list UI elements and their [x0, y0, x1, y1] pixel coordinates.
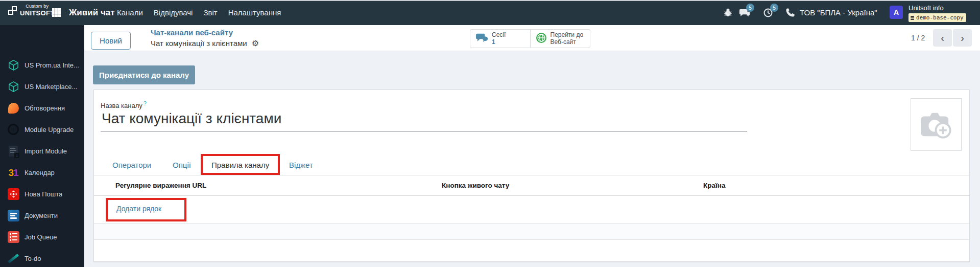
messages-badge: 5 [746, 4, 754, 12]
tab-channel-rules[interactable]: Правила каналу [211, 161, 269, 169]
sidebar-item-label: Календар [25, 169, 55, 176]
chevron-left-icon: ‹ [941, 33, 944, 43]
apps-menu-icon[interactable] [52, 8, 61, 17]
globe-icon [536, 32, 547, 46]
sidebar-item-todo[interactable]: To-do [0, 248, 84, 267]
empty-table-row [94, 224, 969, 239]
chevron-right-icon: › [961, 33, 964, 43]
company-switcher[interactable]: ТОВ "БПЛА - Україна" [800, 0, 877, 25]
sessions-stat-button[interactable]: Сесії 1 [470, 30, 530, 48]
tab-widget[interactable]: Віджет [289, 161, 313, 169]
tab-operators[interactable]: Оператори [112, 161, 151, 169]
go-to-website-button[interactable]: Перейти до Веб-сайт [530, 30, 590, 48]
left-sidebar: US Prom.ua Inte... US Marketplace... Обг… [0, 25, 84, 267]
app-name-livechat[interactable]: Живий чат [69, 0, 115, 25]
add-row-link[interactable]: Додати рядок [116, 205, 161, 213]
calendar-31-icon: 31 [7, 166, 20, 179]
menu-visitors[interactable]: Відвідувачі [154, 8, 193, 17]
upgrade-circle-arrow-icon: ↑ [7, 123, 20, 136]
sidebar-item-label: US Prom.ua Inte... [25, 61, 79, 69]
import-document-icon: ↓ [7, 144, 20, 158]
menu-channels[interactable]: Канали [117, 8, 143, 17]
website-label-line2: Веб-сайт [551, 39, 584, 46]
todo-pencil-icon [7, 252, 20, 265]
column-header-url-regex[interactable]: Регулярне вираження URL [115, 182, 206, 189]
database-icon [911, 16, 914, 20]
sidebar-item-label: Module Upgrade [25, 126, 74, 134]
tabs-divider [94, 175, 969, 175]
join-channel-button[interactable]: Приєднатися до каналу [93, 65, 195, 84]
sidebar-item-label: Job Queue [25, 233, 57, 241]
breadcrumb-parent[interactable]: Чат-канали веб-сайту [151, 28, 233, 37]
sidebar-item-module-upgrade[interactable]: ↑ Module Upgrade [0, 119, 84, 140]
job-queue-list-icon [7, 230, 20, 243]
channel-name-label: Назва каналу? [101, 100, 147, 109]
channel-image-placeholder[interactable] [911, 98, 962, 151]
sidebar-item-label: To-do [25, 255, 41, 262]
pager-next-button[interactable]: › [953, 29, 972, 47]
sidebar-item-us-marketplace[interactable]: US Marketplace... [0, 76, 84, 97]
cube-icon [7, 58, 20, 72]
sessions-label: Сесії [492, 32, 506, 39]
table-row-divider [94, 239, 969, 240]
sidebar-item-nova-poshta[interactable]: Нова Пошта [0, 183, 84, 205]
avatar[interactable]: A [890, 6, 903, 19]
cube-icon [7, 80, 20, 93]
unitsoft-logo[interactable]: Custom by UNITSOFT [8, 4, 54, 16]
sidebar-item-calendar[interactable]: 31 Календар [0, 162, 84, 183]
chat-bubbles-icon [475, 32, 488, 45]
database-name: demo-base-copy [916, 14, 964, 21]
sessions-value: 1 [492, 39, 506, 46]
column-header-livechat-button[interactable]: Кнопка живого чату [442, 182, 509, 189]
menu-report[interactable]: Звіт [203, 8, 217, 17]
stat-button-group: Сесії 1 Перейти до Веб-сайт [470, 29, 590, 48]
nova-poshta-arrows-icon [7, 187, 20, 201]
navbar-menu: Канали Відвідувачі Звіт Налаштування [117, 0, 281, 25]
sidebar-item-label: Обговорення [25, 104, 65, 112]
activities-badge: 5 [770, 4, 778, 12]
phone-icon[interactable] [785, 0, 795, 25]
sidebar-item-label: Import Module [25, 147, 67, 155]
camera-plus-icon [918, 109, 954, 140]
sidebar-item-discuss[interactable]: Обговорення [0, 97, 84, 119]
column-header-country[interactable]: Країна [703, 182, 725, 189]
discuss-bubble-icon [7, 101, 20, 115]
table-header-divider [94, 195, 969, 196]
input-underline [101, 131, 747, 132]
logo-custom-by-label: Custom by [20, 4, 54, 9]
logo-unitsoft-label: UNITSOFT [20, 10, 54, 16]
unitsoft-squares-icon [8, 6, 17, 15]
tab-options[interactable]: Опції [173, 161, 191, 169]
sidebar-item-label: Нова Пошта [25, 190, 62, 198]
sidebar-item-label: US Marketplace... [25, 83, 77, 91]
menu-settings[interactable]: Налаштування [228, 8, 281, 17]
channel-name-input[interactable]: Чат комунікації з клієнтами [102, 110, 281, 127]
documents-icon [7, 209, 20, 222]
pager-previous-button[interactable]: ‹ [933, 29, 952, 47]
gear-icon[interactable]: ⚙ [252, 38, 259, 48]
sidebar-item-label: Документи [25, 212, 58, 219]
new-button[interactable]: Новий [91, 32, 131, 50]
debug-bug-icon[interactable] [723, 0, 733, 25]
database-flag: demo-base-copy [909, 13, 966, 22]
sidebar-item-documents[interactable]: Документи [0, 205, 84, 226]
breadcrumb-current: Чат комунікації з клієнтами [151, 39, 247, 48]
pager-counter: 1 / 2 [911, 34, 925, 42]
user-menu[interactable]: Unitsoft info [909, 4, 944, 12]
sidebar-item-us-prom[interactable]: US Prom.ua Inte... [0, 54, 84, 76]
window-top-edge [0, 0, 980, 1]
breadcrumb: Чат комунікації з клієнтами ⚙ [151, 38, 259, 48]
top-navbar: Custom by UNITSOFT Живий чат Канали Відв… [0, 0, 980, 25]
sidebar-item-job-queue[interactable]: Job Queue [0, 226, 84, 248]
help-question-icon[interactable]: ? [144, 100, 147, 106]
sidebar-item-import-module[interactable]: ↓ Import Module [0, 140, 84, 162]
website-label-line1: Перейти до [551, 32, 584, 39]
